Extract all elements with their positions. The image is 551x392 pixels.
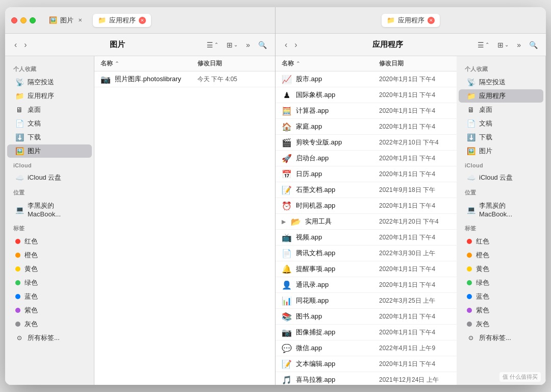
sidebar-item-all-tags-right[interactable]: ⊙ 所有标签... <box>459 331 543 345</box>
sidebar-item-apps-right[interactable]: 📁 应用程序 <box>459 89 543 103</box>
sidebar-item-yellow-left[interactable]: 黄色 <box>7 262 92 276</box>
sidebar-item-blue-left[interactable]: 蓝色 <box>7 290 92 303</box>
left-content: 个人收藏 📡 隔空投送 📁 应用程序 🖥 桌面 📄 文稿 <box>5 56 275 385</box>
right-file-row-11[interactable]: 📄 腾讯文档.app 2022年3月30日 上午 <box>276 246 457 261</box>
right-file-row-15[interactable]: 📚 图书.app 2020年1月1日 下午4 <box>276 309 457 325</box>
grid-view-button-right[interactable]: ⊞ ⌄ <box>495 39 511 51</box>
sidebar-item-docs-left[interactable]: 📄 文稿 <box>7 117 92 130</box>
sidebar-item-yellow-right[interactable]: 黄色 <box>459 262 543 276</box>
yellow-dot-left <box>15 266 20 272</box>
tab-apps-left[interactable]: 📁 应用程序 ✕ <box>93 14 151 27</box>
sidebar-item-docs-right[interactable]: 📄 文稿 <box>459 117 543 130</box>
grid-view-button-left[interactable]: ⊞ ⌄ <box>224 39 240 51</box>
fullscreen-button[interactable] <box>30 17 36 23</box>
apps-tab-label-right: 应用程序 <box>398 16 424 25</box>
sidebar-item-macbook-right[interactable]: 💻 李黑炭的 MacBook... <box>459 199 543 220</box>
list-view-button-right[interactable]: ☰ ⌃ <box>475 39 491 51</box>
search-button-right[interactable]: 🔍 <box>527 39 540 51</box>
sidebar-item-gray-left[interactable]: 灰色 <box>7 317 92 331</box>
right-toolbar: ‹ › 应用程序 ☰ ⌃ ⊞ ⌄ » 🔍 <box>276 34 546 56</box>
sidebar-item-red-left[interactable]: 红色 <box>7 235 92 248</box>
right-file-row-2[interactable]: 🧮 计算器.app 2020年1月1日 下午4 <box>276 103 457 119</box>
grid-sort-left: ⌄ <box>234 42 238 47</box>
list-sort-right: ⌃ <box>485 42 489 47</box>
right-nav-buttons: ‹ › <box>282 38 300 52</box>
pictures-label-right: 图片 <box>479 146 492 156</box>
icloud-label-left: iCloud 云盘 <box>28 173 61 182</box>
right-file-row-4[interactable]: 🎬 剪映专业版.app 2022年2月10日 下午4 <box>276 135 457 151</box>
right-file-date-18: 2020年1月1日 下午4 <box>379 360 450 369</box>
sidebar-item-icloud-right[interactable]: ☁️ iCloud 云盘 <box>459 171 543 184</box>
left-file-label-0: 照片图库.photoslibrary <box>115 75 181 84</box>
right-file-icon-15: 📚 <box>282 311 292 322</box>
sidebar-item-macbook-left[interactable]: 💻 李黑炭的 MacBook... <box>7 199 92 220</box>
right-file-row-6[interactable]: 📅 日历.app 2020年1月1日 下午4 <box>276 166 457 182</box>
list-view-button-left[interactable]: ☰ ⌃ <box>205 39 220 51</box>
close-button[interactable] <box>11 17 17 23</box>
right-file-row-10[interactable]: 📺 视频.app 2020年1月1日 下午4 <box>276 230 457 246</box>
sidebar-item-green-right[interactable]: 绿色 <box>459 276 543 289</box>
right-file-row-18[interactable]: 📝 文本编辑.app 2020年1月1日 下午4 <box>276 356 457 372</box>
tab-pictures[interactable]: 🖼️ 图片 ✕ <box>44 14 89 27</box>
back-button-right[interactable]: ‹ <box>282 38 290 52</box>
red-label-right: 红色 <box>476 237 489 246</box>
right-file-row-12[interactable]: 🔔 提醒事项.app 2020年1月1日 下午4 <box>276 261 457 277</box>
sidebar-item-purple-left[interactable]: 紫色 <box>7 304 92 317</box>
forward-button-right[interactable]: › <box>291 38 300 52</box>
right-file-row-5[interactable]: 🚀 启动台.app 2020年1月1日 下午4 <box>276 151 457 166</box>
sidebar-item-downloads-right[interactable]: ⬇️ 下载 <box>459 131 543 144</box>
right-file-row-17[interactable]: 💬 微信.app 2022年4月1日 上午9 <box>276 340 457 356</box>
right-file-row-13[interactable]: 👤 通讯录.app 2020年1月1日 下午4 <box>276 277 457 293</box>
search-button-left[interactable]: 🔍 <box>256 39 269 51</box>
back-button-left[interactable]: ‹ <box>11 38 20 52</box>
right-titlebar: 📁 应用程序 ✕ <box>276 7 546 34</box>
sidebar-item-orange-left[interactable]: 橙色 <box>7 249 92 262</box>
sidebar-item-red-right[interactable]: 红色 <box>459 235 543 248</box>
tab-apps-right[interactable]: 📁 应用程序 ✕ <box>382 14 440 27</box>
purple-label-left: 紫色 <box>24 306 38 315</box>
more-button-left[interactable]: » <box>244 39 252 51</box>
right-window: 📁 应用程序 ✕ ‹ › 应用程序 ☰ ⌃ ⊞ ⌄ <box>276 7 546 385</box>
apps-tab-close[interactable]: ✕ <box>139 17 146 24</box>
right-file-row-7[interactable]: 📝 石墨文档.app 2021年9月18日 下午 <box>276 182 457 198</box>
sidebar-item-desktop-right[interactable]: 🖥 桌面 <box>459 103 543 116</box>
docs-label-right: 文稿 <box>479 119 492 128</box>
sidebar-item-blue-right[interactable]: 蓝色 <box>459 290 543 303</box>
right-file-row-1[interactable]: ♟ 国际象棋.app 2020年1月1日 下午4 <box>276 87 457 103</box>
sidebar-item-icloud-left[interactable]: ☁️ iCloud 云盘 <box>7 171 92 184</box>
left-file-row-0[interactable]: 📷 照片图库.photoslibrary 今天 下午 4:05 <box>94 71 275 87</box>
right-file-row-16[interactable]: 📷 图像捕捉.app 2020年1月1日 下午4 <box>276 325 457 340</box>
forward-button-left[interactable]: › <box>21 38 30 52</box>
sidebar-item-downloads-left[interactable]: ⬇️ 下载 <box>7 131 92 144</box>
yellow-label-right: 黄色 <box>476 264 489 274</box>
sidebar-item-purple-right[interactable]: 紫色 <box>459 304 543 317</box>
yellow-dot-right <box>467 266 472 272</box>
right-file-row-14[interactable]: 📊 同花顺.app 2022年3月25日 上午 <box>276 293 457 309</box>
right-file-label-12: 提醒事项.app <box>296 264 335 274</box>
left-sort-arrow: ⌃ <box>115 61 119 66</box>
right-file-row-9[interactable]: ▶ 📂 实用工具 2022年1月20日 下午4 <box>276 214 457 230</box>
sidebar-item-gray-right[interactable]: 灰色 <box>459 317 543 331</box>
more-button-right[interactable]: » <box>515 39 523 51</box>
sidebar-item-desktop-left[interactable]: 🖥 桌面 <box>7 103 92 116</box>
apps-tab-close-right[interactable]: ✕ <box>428 17 435 24</box>
right-file-row-3[interactable]: 🏠 家庭.app 2020年1月1日 下午4 <box>276 119 457 135</box>
sidebar-item-pictures-right[interactable]: 🖼️ 图片 <box>459 144 543 158</box>
gray-dot-left <box>15 322 20 327</box>
right-file-row-19[interactable]: 🎵 喜马拉雅.app 2021年12月24日 上午 <box>276 372 457 385</box>
sidebar-item-green-left[interactable]: 绿色 <box>7 276 92 289</box>
right-file-row-0[interactable]: 📈 股市.app 2020年1月1日 下午4 <box>276 71 457 87</box>
sidebar-item-apps-left[interactable]: 📁 应用程序 <box>7 89 92 103</box>
sidebar-item-airdrop-right[interactable]: 📡 隔空投送 <box>459 76 543 89</box>
sidebar-item-airdrop-left[interactable]: 📡 隔空投送 <box>7 76 92 89</box>
sidebar-item-all-tags-left[interactable]: ⊙ 所有标签... <box>7 331 92 345</box>
right-file-row-8[interactable]: ⏰ 时间机器.app 2020年1月1日 下午4 <box>276 198 457 214</box>
right-file-icon-6: 📅 <box>282 169 292 179</box>
expand-arrow-9: ▶ <box>282 218 286 225</box>
sidebar-item-pictures-left[interactable]: 🖼️ 图片 <box>7 144 92 158</box>
minimize-button[interactable] <box>20 17 27 23</box>
right-file-label-10: 视频.app <box>296 233 322 242</box>
right-file-label-18: 文本编辑.app <box>296 359 335 369</box>
sidebar-item-orange-right[interactable]: 橙色 <box>459 249 543 262</box>
pictures-tab-close[interactable]: ✕ <box>77 17 84 24</box>
